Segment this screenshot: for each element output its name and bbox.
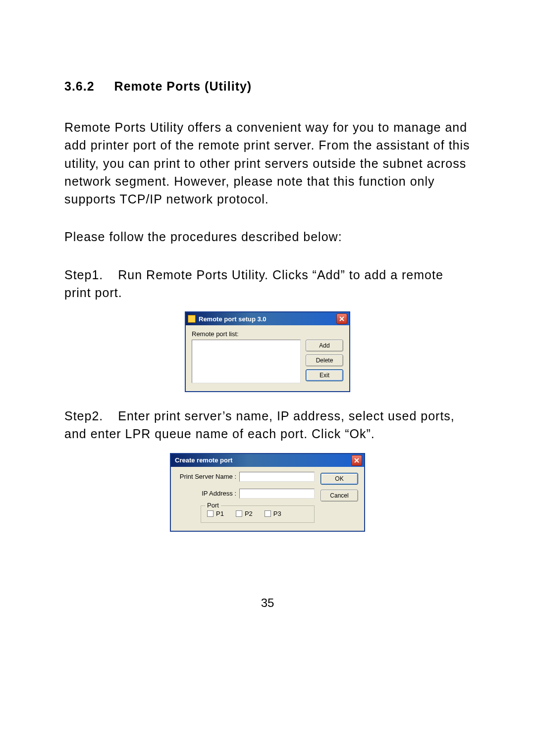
create-remote-port-dialog: Create remote port Print Server Name : I… bbox=[170, 453, 365, 532]
close-icon[interactable] bbox=[336, 313, 347, 324]
page-number: 35 bbox=[64, 596, 471, 610]
step2-paragraph: Step2.Enter print server’s name, IP addr… bbox=[64, 407, 471, 443]
remote-port-listbox[interactable] bbox=[192, 340, 301, 383]
close-icon[interactable] bbox=[351, 455, 362, 466]
step1-paragraph: Step1.Run Remote Ports Utility. Clicks “… bbox=[64, 266, 471, 302]
dialog1-titlebar[interactable]: Remote port setup 3.0 bbox=[186, 312, 349, 325]
dialog2-title: Create remote port bbox=[173, 456, 351, 464]
cancel-button[interactable]: Cancel bbox=[321, 490, 358, 502]
section-number: 3.6.2 bbox=[64, 79, 95, 94]
exit-button[interactable]: Exit bbox=[306, 369, 343, 381]
step2-text: Enter print server’s name, IP address, s… bbox=[64, 409, 455, 441]
checkbox-icon bbox=[265, 510, 271, 517]
step1-text: Run Remote Ports Utility. Clicks “Add” t… bbox=[64, 268, 443, 300]
dialog1-title: Remote port setup 3.0 bbox=[199, 315, 336, 323]
ip-address-input[interactable] bbox=[239, 489, 315, 499]
intro-paragraph: Remote Ports Utility offers a convenient… bbox=[64, 118, 471, 208]
dialog2-titlebar[interactable]: Create remote port bbox=[171, 454, 364, 467]
p2-label: P2 bbox=[245, 510, 253, 517]
print-server-name-label: Print Server Name : bbox=[177, 473, 239, 480]
remote-port-setup-dialog: Remote port setup 3.0 Remote port list: … bbox=[185, 311, 350, 392]
checkbox-p1[interactable]: P1 bbox=[207, 510, 224, 517]
port-group-label: Port bbox=[205, 502, 221, 509]
remote-port-list-label: Remote port list: bbox=[192, 330, 343, 338]
section-title: Remote Ports (Utility) bbox=[114, 79, 252, 93]
checkbox-p3[interactable]: P3 bbox=[265, 510, 281, 517]
ip-address-label: IP Address : bbox=[177, 490, 239, 497]
section-heading: 3.6.2Remote Ports (Utility) bbox=[64, 79, 471, 94]
step1-label: Step1. bbox=[64, 266, 103, 284]
step2-label: Step2. bbox=[64, 407, 103, 425]
checkbox-icon bbox=[236, 510, 242, 517]
add-button[interactable]: Add bbox=[306, 340, 343, 352]
ok-button[interactable]: OK bbox=[321, 473, 358, 485]
delete-button[interactable]: Delete bbox=[306, 354, 343, 366]
app-icon bbox=[188, 315, 196, 323]
p1-label: P1 bbox=[216, 510, 224, 517]
port-fieldset: Port P1 P2 P3 bbox=[201, 505, 315, 523]
checkbox-icon bbox=[207, 510, 214, 517]
print-server-name-input[interactable] bbox=[239, 472, 315, 482]
p3-label: P3 bbox=[273, 510, 281, 517]
follow-paragraph: Please follow the procedures described b… bbox=[64, 228, 471, 246]
checkbox-p2[interactable]: P2 bbox=[236, 510, 253, 517]
